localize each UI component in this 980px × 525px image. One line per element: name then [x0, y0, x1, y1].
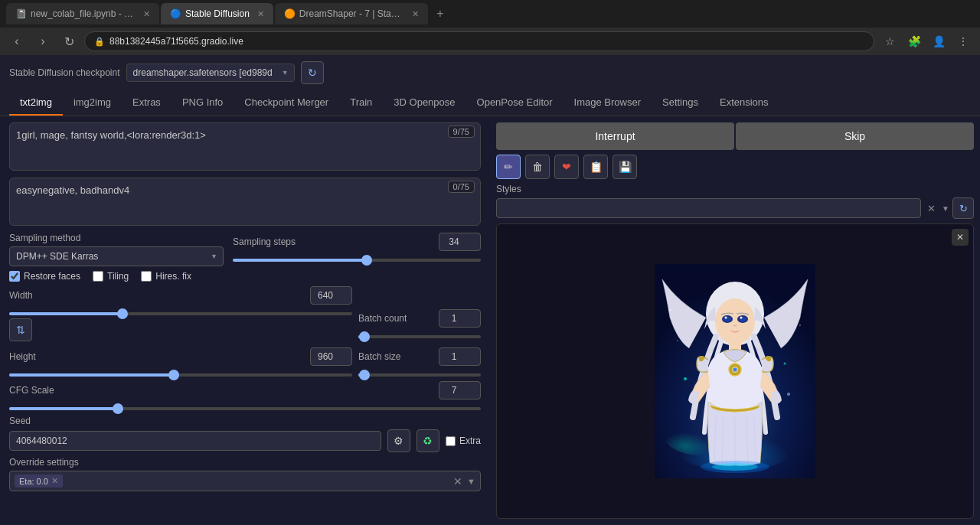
image-close-button[interactable]: ✕: [952, 229, 969, 246]
checkpoint-wrapper: dreamshaper.safetensors [ed989d673d]: [126, 64, 295, 82]
tab-colab[interactable]: 📓 new_colab_file.ipynb - Colabora... ✕: [6, 3, 159, 24]
tab-train[interactable]: Train: [339, 90, 383, 116]
bookmark-icon[interactable]: ☆: [879, 31, 900, 52]
height-slider-thumb[interactable]: [168, 370, 179, 380]
height-slider-fill: [9, 373, 174, 377]
extensions-icon[interactable]: 🧩: [903, 31, 925, 52]
paint-tool-button[interactable]: ✏: [496, 155, 521, 179]
swap-row: ⇅: [9, 318, 352, 344]
tab-img2img[interactable]: img2img: [63, 90, 122, 116]
back-button[interactable]: ‹: [6, 31, 28, 52]
menu-icon[interactable]: ⋮: [952, 31, 974, 52]
svg-point-17: [684, 377, 687, 380]
swap-dimensions-button[interactable]: ⇅: [9, 318, 32, 341]
batch-size-group: Batch size: [358, 347, 481, 377]
hires-fix-checkbox-item[interactable]: Hires. fix: [141, 271, 191, 282]
favorite-tool-button[interactable]: ❤: [554, 155, 579, 179]
profile-icon[interactable]: 👤: [928, 31, 949, 52]
negative-prompt-input[interactable]: easynegative, badhandv4: [9, 178, 481, 226]
cfg-scale-input[interactable]: [439, 381, 481, 399]
sampling-method-label: Sampling method: [9, 233, 224, 243]
sampling-steps-input[interactable]: [439, 233, 481, 251]
override-tag-close-button[interactable]: ✕: [51, 476, 58, 486]
seed-input[interactable]: [9, 431, 381, 451]
width-input-row: Width: [9, 286, 352, 305]
tab-openpose-editor[interactable]: OpenPose Editor: [466, 90, 564, 116]
override-expand-button[interactable]: ▼: [467, 477, 475, 486]
batch-count-slider-thumb[interactable]: [359, 331, 370, 342]
sampling-steps-slider-thumb[interactable]: [361, 255, 372, 266]
tab-extras[interactable]: Extras: [122, 90, 172, 116]
batch-size-slider-thumb[interactable]: [359, 370, 370, 380]
seed-dice-button[interactable]: ⚙: [387, 429, 410, 452]
sampling-method-group: Sampling method DPM++ SDE Karras: [9, 233, 224, 266]
batch-size-slider-track: [358, 373, 481, 377]
styles-input[interactable]: [496, 198, 921, 218]
positive-prompt-container: 1girl, mage, fantsy world,<lora:render3d…: [9, 122, 481, 173]
sampling-method-select[interactable]: DPM++ SDE Karras: [9, 246, 224, 266]
tab-settings[interactable]: Settings: [652, 90, 709, 116]
tab-3d-openpose[interactable]: 3D Openpose: [383, 90, 466, 116]
tab-ds-label: DreamShaper - 7 | Stable Diffusio...: [299, 8, 404, 19]
batch-count-slider-track: [358, 335, 481, 338]
width-input[interactable]: [310, 286, 352, 305]
interrupt-button[interactable]: Interrupt: [496, 122, 734, 150]
extra-checkbox-item[interactable]: Extra: [446, 435, 481, 446]
toolbar-icons: ☆ 🧩 👤 ⋮: [879, 31, 974, 52]
cfg-scale-label: CFG Scale: [9, 385, 54, 396]
tab-checkpoint-merger[interactable]: Checkpoint Merger: [234, 90, 339, 116]
trash-tool-button[interactable]: 🗑: [525, 155, 550, 179]
new-tab-button[interactable]: +: [430, 3, 451, 24]
restore-faces-checkbox[interactable]: [9, 271, 20, 282]
checkpoint-select[interactable]: dreamshaper.safetensors [ed989d673d]: [126, 64, 295, 82]
tab-colab-close[interactable]: ✕: [143, 9, 150, 19]
left-panel: 1girl, mage, fantsy world,<lora:render3d…: [0, 116, 490, 525]
address-bar[interactable]: 🔒 88b1382445a71f5665.gradio.live: [84, 31, 874, 51]
tiling-checkbox[interactable]: [93, 271, 103, 282]
trash-icon: 🗑: [532, 161, 543, 173]
svg-point-8: [724, 317, 731, 322]
checkpoint-label: Stable Diffusion checkpoint: [9, 67, 120, 78]
override-clear-button[interactable]: ✕: [453, 475, 462, 488]
tab-dreamshaper[interactable]: 🟠 DreamShaper - 7 | Stable Diffusio... ✕: [275, 3, 428, 24]
tab-stable-diffusion[interactable]: 🔵 Stable Diffusion ✕: [161, 3, 273, 24]
seed-recycle-button[interactable]: ♻: [416, 429, 439, 452]
reload-button[interactable]: ↻: [58, 31, 80, 52]
clipboard-tool-button[interactable]: 📋: [583, 155, 608, 179]
positive-prompt-input[interactable]: 1girl, mage, fantsy world,<lora:render3d…: [9, 122, 481, 171]
styles-section: Styles ✕ ▼ ↻: [496, 184, 974, 219]
right-panel: Interrupt Skip ✏ 🗑 ❤ 📋 💾: [490, 116, 980, 525]
tab-txt2img[interactable]: txt2img: [9, 90, 63, 116]
sampling-steps-slider-fill: [233, 259, 367, 262]
styles-clear-button[interactable]: ✕: [924, 203, 939, 214]
tab-ds-close[interactable]: ✕: [412, 9, 419, 19]
extra-checkbox[interactable]: [446, 436, 456, 446]
tab-png-info[interactable]: PNG Info: [172, 90, 234, 116]
height-input[interactable]: [310, 347, 352, 366]
seed-section: Seed ⚙ ♻ Extra: [9, 415, 481, 452]
checkpoint-refresh-button[interactable]: ↻: [301, 61, 324, 84]
save-tool-button[interactable]: 💾: [612, 155, 637, 179]
cfg-scale-slider-thumb[interactable]: [113, 403, 123, 414]
width-slider-thumb[interactable]: [117, 308, 128, 319]
tab-image-browser[interactable]: Image Browser: [564, 90, 652, 116]
tiling-checkbox-item[interactable]: Tiling: [93, 271, 129, 282]
restore-faces-checkbox-item[interactable]: Restore faces: [9, 271, 80, 282]
negative-prompt-counter: 0/75: [448, 181, 475, 193]
tab-sd-close[interactable]: ✕: [257, 9, 264, 19]
hires-fix-checkbox[interactable]: [141, 271, 152, 282]
styles-expand-button[interactable]: ▼: [942, 204, 949, 213]
tab-extensions[interactable]: Extensions: [709, 90, 779, 116]
dice-icon: ⚙: [394, 435, 403, 447]
batch-count-input[interactable]: [439, 309, 481, 328]
forward-button[interactable]: ›: [32, 31, 54, 52]
negative-prompt-container: easynegative, badhandv4 0/75: [9, 178, 481, 228]
batch-size-input[interactable]: [439, 347, 481, 366]
styles-refresh-button[interactable]: ↻: [952, 197, 974, 219]
height-group: Height: [9, 347, 352, 377]
skip-button[interactable]: Skip: [736, 122, 974, 150]
browser-chrome: 📓 new_colab_file.ipynb - Colabora... ✕ 🔵…: [0, 0, 980, 55]
tab-colab-label: new_colab_file.ipynb - Colabora...: [31, 8, 136, 19]
seed-row: ⚙ ♻ Extra: [9, 429, 481, 452]
svg-point-4: [715, 298, 755, 344]
